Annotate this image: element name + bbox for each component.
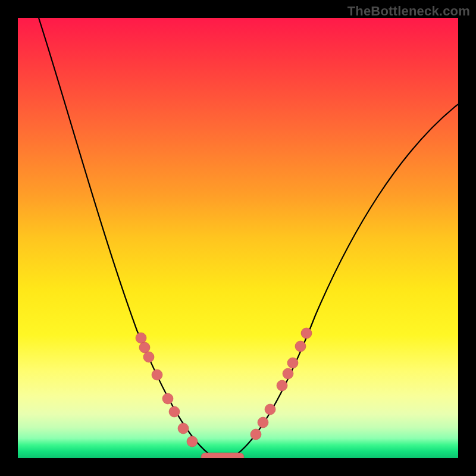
marker-right-0 — [250, 429, 261, 440]
marker-right-1 — [258, 417, 268, 428]
marker-right-6 — [295, 341, 306, 352]
curve-svg — [18, 18, 458, 458]
marker-left-2 — [143, 352, 154, 362]
markers-left-group — [136, 333, 198, 447]
marker-left-1 — [139, 342, 150, 353]
plot-area — [18, 18, 458, 458]
marker-left-0 — [136, 333, 146, 343]
bottleneck-curve — [39, 18, 458, 456]
marker-left-5 — [169, 406, 180, 417]
marker-right-7 — [301, 328, 312, 339]
watermark-text: TheBottleneck.com — [347, 4, 470, 19]
marker-right-3 — [277, 380, 287, 391]
marker-left-7 — [187, 436, 198, 447]
markers-right-group — [250, 328, 312, 440]
chart-frame: TheBottleneck.com — [0, 0, 476, 476]
marker-left-3 — [152, 369, 162, 380]
marker-right-2 — [265, 404, 275, 415]
marker-right-4 — [283, 368, 293, 379]
marker-right-5 — [287, 358, 298, 368]
marker-left-4 — [162, 393, 173, 404]
flat-segment-marker — [201, 453, 244, 458]
marker-left-6 — [178, 423, 189, 434]
